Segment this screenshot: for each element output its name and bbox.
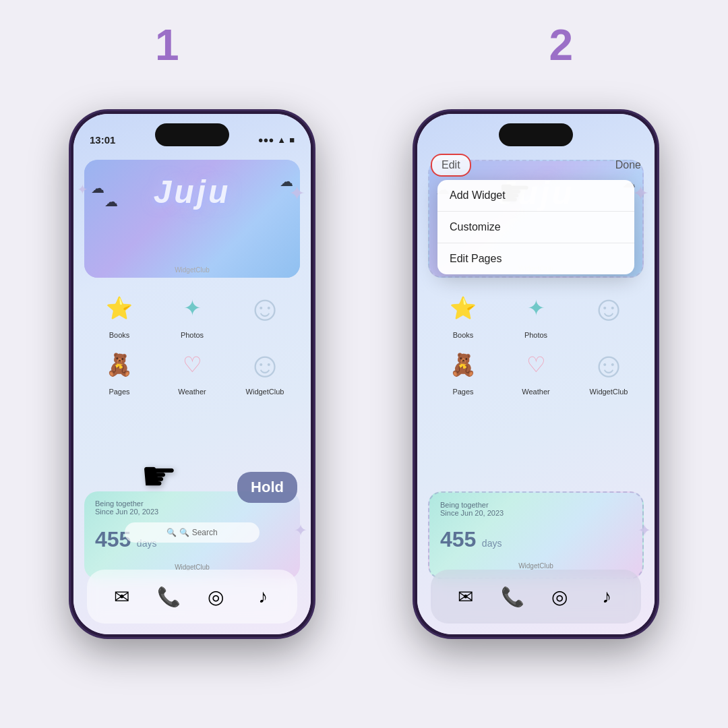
battery-icon: ■ [289,135,295,145]
phone-2-inner: Edit Done Add Widget Customize Edit Page… [417,114,655,634]
photos-label-1: Photos [181,331,204,339]
edit-button[interactable]: Edit [431,154,471,177]
pages-label-2: Pages [452,388,473,396]
being-together-2: Being together [440,501,632,509]
add-widget-item[interactable]: Add Widget [437,180,634,212]
widget-since-2: Being together Since Jun 20, 2023 [440,501,632,517]
banner-credit-1: WidgetClub [175,266,210,274]
widgetclub-label-1: WidgetClub [246,388,284,396]
photos-label-2: Photos [524,331,547,339]
app-photos-1[interactable]: ✦ Photos [157,288,227,339]
photos-icon-2: ✦ [516,288,556,328]
since-date-2: Since Jun 20, 2023 [440,509,632,517]
widget-credit-2: WidgetClub [440,562,632,570]
bottom-widget-2: Being together Since Jun 20, 2023 455 da… [428,491,644,579]
signal-icon: ●●● [258,135,274,145]
star-deco-br-1: ✦ [294,521,307,540]
status-icons-1: ●●● ▲ ■ [258,135,295,145]
smiley-icon-2: ☺ [588,288,629,328]
dock-phone-2[interactable]: 📞 [495,580,529,613]
books-label-1: Books [109,331,130,339]
pages-icon-1: 🧸 [99,344,140,385]
wifi-icon: ▲ [277,135,286,145]
cloud-deco-1: ☁ [91,180,104,196]
search-text-1: 🔍 Search [179,528,217,537]
widgetclub-icon-2: ☺ [588,344,629,385]
days-count-2: 455 [440,527,476,551]
customize-item[interactable]: Customize [437,212,634,243]
star-deco-tr-1: ✦ [289,181,305,205]
hold-badge: Hold [237,472,297,503]
phone-2-wrap: Edit Done Add Widget Customize Edit Page… [415,111,657,637]
dock-mail-2[interactable]: ✉ [448,580,482,613]
smiley-icon-1: ☺ [245,288,285,328]
context-menu: Add Widget Customize Edit Pages [437,180,634,274]
phone-1: 13:01 ●●● ▲ ■ ☁ ☁ ☁ [71,111,313,637]
days-unit-2: days [482,538,502,549]
dock-mail-1[interactable]: ✉ [104,580,138,613]
books-label-2: Books [453,331,474,339]
star-deco-br-2: ✦ [638,521,651,540]
step-2-number: 2 [549,20,573,70]
edit-pages-item[interactable]: Edit Pages [437,243,634,274]
widgetclub-label-2: WidgetClub [590,388,628,396]
edit-bar: Edit Done [417,152,655,179]
weather-icon-1: ♡ [172,344,212,385]
app-widgetclub-2[interactable]: ☺ WidgetClub [574,344,644,396]
app-books-1[interactable]: ⭐ Books [84,288,154,339]
dock-phone-1[interactable]: 📞 [152,580,185,613]
dock-music-1[interactable]: ♪ [246,580,280,613]
app-weather-1[interactable]: ♡ Weather [157,344,227,396]
days-row-2: 455 days [440,527,632,552]
app-smiley-1[interactable]: ☺ [230,288,300,339]
dock-app3-2[interactable]: ◎ [543,580,576,613]
app-weather-2[interactable]: ♡ Weather [501,344,571,396]
app-smiley-2[interactable]: ☺ [574,288,644,339]
weather-label-1: Weather [178,388,206,396]
dock-2: ✉ 📞 ◎ ♪ [431,570,641,624]
pages-icon-2: 🧸 [443,344,483,385]
phone-1-inner: 13:01 ●●● ▲ ■ ☁ ☁ ☁ [73,114,311,634]
app-photos-2[interactable]: ✦ Photos [501,288,571,339]
star-deco-tl-1: ✦ [77,181,88,198]
search-bar-1[interactable]: 🔍 🔍 Search [125,522,260,543]
phone-2: Edit Done Add Widget Customize Edit Page… [415,111,657,637]
dynamic-island-2 [499,123,573,146]
weather-label-2: Weather [522,388,549,396]
juju-text-1: Juju [154,173,231,210]
phone-2-screen: Edit Done Add Widget Customize Edit Page… [417,114,655,634]
star-deco-tr-2: ✦ [632,181,649,205]
pages-label-1: Pages [109,388,129,396]
status-time-1: 13:01 [90,134,115,146]
app-pages-1[interactable]: 🧸 Pages [84,344,154,396]
widgetclub-icon-1: ☺ [245,344,285,385]
widget-banner-1: ☁ ☁ ☁ Juju WidgetClub [84,160,300,278]
books-icon-1: ⭐ [99,288,140,328]
app-grid-2: ⭐ Books ✦ Photos ☺ 🧸 P [428,288,644,396]
since-date-1: Since Jun 20, 2023 [95,508,289,516]
done-button[interactable]: Done [615,159,641,171]
hand-cursor-1: ☛ [141,452,177,499]
cloud-deco-2: ☁ [104,193,118,210]
main-container: 1 2 13:01 ●●● ▲ ■ [0,0,728,728]
phone-1-wrap: 13:01 ●●● ▲ ■ ☁ ☁ ☁ [71,111,313,637]
books-icon-2: ⭐ [443,288,483,328]
app-pages-2[interactable]: 🧸 Pages [428,344,498,396]
dock-music-2[interactable]: ♪ [590,580,624,613]
search-icon-1: 🔍 [166,528,177,537]
app-grid-1: ⭐ Books ✦ Photos ☺ 🧸 [84,288,300,396]
weather-icon-2: ♡ [516,344,556,385]
app-widgetclub-1[interactable]: ☺ WidgetClub [230,344,300,396]
dock-1: ✉ 📞 ◎ ♪ [87,570,297,624]
status-bar-1: 13:01 ●●● ▲ ■ [73,125,311,154]
app-books-2[interactable]: ⭐ Books [428,288,498,339]
phone-1-screen: 13:01 ●●● ▲ ■ ☁ ☁ ☁ [73,114,311,634]
dock-app3-1[interactable]: ◎ [199,580,233,613]
photos-icon-1: ✦ [172,288,212,328]
step-1-number: 1 [155,20,179,70]
